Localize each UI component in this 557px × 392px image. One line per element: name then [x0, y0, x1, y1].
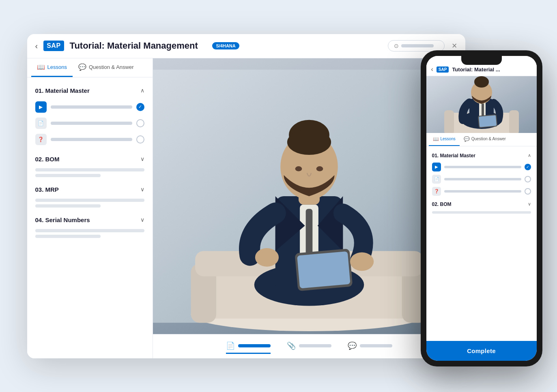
phone-check-done: ✓ — [525, 164, 531, 170]
section-04-collapsed — [27, 227, 153, 242]
bottom-tab-doc[interactable]: 📄 — [226, 339, 271, 354]
search-icon: ⊙ — [394, 43, 399, 49]
phone-tab-qa[interactable]: 💬 Question & Answer — [460, 133, 510, 146]
item-line — [51, 122, 132, 125]
phone-screen: ‹ SAP Tutorial: Material ... — [426, 56, 537, 361]
section-04: 04. Serial Numbers ∨ — [27, 213, 153, 242]
phone-list-item[interactable]: 📄 — [426, 173, 537, 185]
tab-lessons[interactable]: 📖 Lessons — [31, 58, 73, 77]
phone-section-02-title: 02. BOM — [432, 201, 452, 207]
doc-tab-icon: 📄 — [226, 341, 235, 350]
phone-section-02-header[interactable]: 02. BOM ∨ — [426, 199, 537, 210]
collapsed-line — [35, 199, 144, 202]
bottom-tab-line — [299, 344, 331, 347]
section-02-header[interactable]: 02. BOM ∨ — [27, 152, 153, 166]
phone-video-icon: ▶ — [432, 163, 441, 171]
check-empty-icon — [136, 119, 144, 127]
s4hana-badge: S/4HANA — [212, 42, 239, 49]
titlebar: ‹ SAP Tutorial: Material Management S/4H… — [27, 34, 465, 58]
section-01-chevron: ∧ — [140, 87, 144, 94]
phone-section-01: 01. Material Master ∧ ▶ ✓ 📄 — [426, 150, 537, 197]
phone-lessons-icon: 📖 — [433, 136, 439, 142]
back-button[interactable]: ‹ — [35, 41, 38, 51]
section-01-items: ▶ ✓ 📄 ❓ — [27, 97, 153, 151]
sidebar-tabs: 📖 Lessons 💬 Question & Answer — [27, 58, 153, 77]
video-area: 📄 📎 💬 — [153, 58, 465, 358]
phone-outer: ‹ SAP Tutorial: Material ... — [421, 50, 542, 366]
section-02-chevron: ∨ — [140, 156, 144, 162]
video-player[interactable] — [153, 58, 465, 334]
collapsed-line-short — [35, 174, 101, 177]
phone-item-line — [444, 178, 521, 180]
lessons-tab-label: Lessons — [47, 64, 67, 70]
section-02-title: 02. BOM — [35, 156, 60, 163]
collapsed-line-short — [35, 204, 101, 208]
lessons-icon: 📖 — [37, 63, 45, 71]
phone-tab-lessons[interactable]: 📖 Lessons — [429, 133, 460, 146]
phone-list-item[interactable]: ▶ ✓ — [426, 161, 537, 173]
svg-rect-13 — [297, 251, 350, 288]
section-02: 02. BOM ∨ — [27, 152, 153, 181]
svg-point-20 — [295, 166, 302, 171]
phone-check-empty — [525, 188, 531, 195]
scene: ‹ SAP Tutorial: Material Management S/4H… — [15, 18, 542, 375]
section-04-chevron: ∨ — [140, 216, 144, 223]
page-title: Tutorial: Material Management — [70, 41, 207, 51]
video-bottom-bar: 📄 📎 💬 — [153, 334, 465, 358]
item-line — [51, 105, 132, 109]
phone-list-item[interactable]: ❓ — [426, 185, 537, 197]
section-04-header[interactable]: 04. Serial Numbers ∨ — [27, 213, 153, 227]
phone-person-illustration — [426, 76, 537, 133]
sap-logo: SAP — [43, 41, 64, 51]
sidebar: 📖 Lessons 💬 Question & Answer 01. Materi… — [27, 58, 153, 358]
phone-item-line — [444, 166, 521, 168]
phone-section-02-chevron: ∨ — [528, 201, 531, 207]
phone-section-02-collapsed — [426, 210, 537, 217]
main-content: 📖 Lessons 💬 Question & Answer 01. Materi… — [27, 58, 465, 358]
phone-item-line — [444, 190, 521, 193]
section-03-collapsed — [27, 196, 153, 212]
video-icon: ▶ — [35, 101, 47, 113]
qa-tab-label: Question & Answer — [89, 64, 134, 70]
collapsed-line — [35, 229, 144, 232]
list-item[interactable]: 📄 — [27, 115, 153, 131]
svg-rect-31 — [479, 115, 497, 127]
section-03-header[interactable]: 03. MRP ∨ — [27, 183, 153, 196]
section-01-title: 01. Material Master — [35, 87, 90, 94]
phone-section-01-title: 01. Material Master — [432, 153, 475, 159]
phone-lessons-label: Lessons — [441, 137, 456, 141]
phone-section-02: 02. BOM ∨ — [426, 199, 537, 217]
svg-point-21 — [316, 166, 323, 171]
attach-tab-icon: 📎 — [287, 341, 296, 350]
phone-back-button[interactable]: ‹ — [431, 66, 433, 73]
doc-icon: 📄 — [35, 118, 47, 129]
complete-button[interactable]: Complete — [426, 341, 537, 361]
quiz-icon: ❓ — [35, 134, 47, 145]
svg-rect-25 — [509, 110, 519, 133]
bottom-tab-chat[interactable]: 💬 — [348, 339, 392, 354]
list-item[interactable]: ❓ — [27, 131, 153, 148]
phone-qa-icon: 💬 — [464, 136, 470, 142]
svg-point-14 — [255, 248, 278, 266]
qa-icon: 💬 — [78, 63, 86, 71]
phone-section-01-chevron: ∧ — [528, 153, 531, 158]
phone-tabs: 📖 Lessons 💬 Question & Answer — [426, 133, 537, 146]
phone-sap-logo: SAP — [437, 66, 449, 73]
section-03-title: 03. MRP — [35, 186, 59, 193]
phone-video-thumb[interactable] — [426, 76, 537, 133]
video-person-illustration — [153, 58, 465, 334]
svg-rect-24 — [444, 110, 454, 133]
phone-section-01-header[interactable]: 01. Material Master ∧ — [426, 150, 537, 161]
bottom-tab-line — [360, 344, 392, 347]
close-button[interactable]: × — [452, 41, 457, 51]
desktop-window: ‹ SAP Tutorial: Material Management S/4H… — [27, 34, 465, 358]
bottom-tab-line — [238, 344, 271, 347]
tab-qa[interactable]: 💬 Question & Answer — [73, 58, 140, 77]
phone-page-title: Tutorial: Material ... — [452, 66, 531, 73]
section-04-title: 04. Serial Numbers — [35, 216, 90, 223]
bottom-tab-attach[interactable]: 📎 — [287, 339, 331, 354]
search-line — [401, 44, 434, 47]
collapsed-line — [35, 168, 144, 171]
section-01-header[interactable]: 01. Material Master ∧ — [27, 84, 153, 97]
list-item[interactable]: ▶ ✓ — [27, 99, 153, 115]
